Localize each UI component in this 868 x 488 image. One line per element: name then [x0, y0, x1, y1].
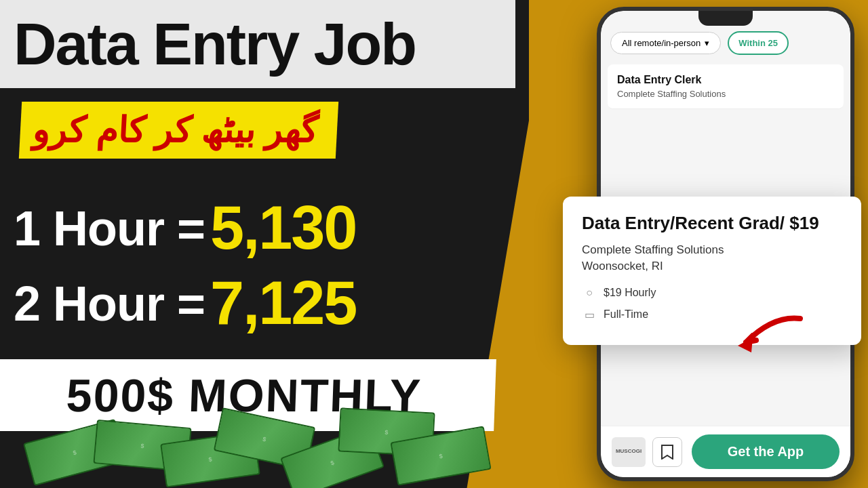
phone-bottom-bar: MUSCOGI Get the App: [601, 426, 850, 477]
chevron-down-icon: ▾: [705, 38, 709, 48]
filter-remote-label: All remote/in-person: [622, 38, 701, 48]
earning-value-2: 7,125: [210, 268, 356, 338]
money-decoration: $ $ $ $ $ $ $: [0, 380, 529, 488]
type-text: Full-Time: [604, 308, 648, 321]
urdu-banner: گھر بیٹھ کر کام کرو: [19, 102, 338, 159]
urdu-text: گھر بیٹھ کر کام کرو: [31, 110, 319, 150]
floating-company: Complete Staffing Solutions: [582, 243, 842, 257]
earning-line-2: 2 Hour = 7,125: [14, 268, 515, 338]
filter-distance-label: Within 25: [738, 38, 778, 48]
earning-label-1: 1 Hour =: [14, 201, 205, 256]
type-icon: ▭: [582, 307, 597, 322]
floating-job-card: Data Entry/Recent Grad/ $19 Complete Sta…: [563, 197, 861, 345]
job-card-mini[interactable]: Data Entry Clerk Complete Staffing Solut…: [608, 64, 844, 109]
mini-company: Complete Staffing Solutions: [617, 89, 834, 99]
earning-label-2: 2 Hour =: [14, 276, 205, 331]
earnings-section: 1 Hour = 5,130 2 Hour = 7,125: [14, 193, 515, 344]
red-arrow-annotation: [719, 312, 807, 366]
page-title: Data Entry Job: [14, 14, 416, 74]
salary-text: $19 Hourly: [604, 287, 656, 299]
bookmark-button[interactable]: [652, 437, 682, 467]
title-bar: Data Entry Job: [0, 0, 515, 88]
floating-location: Woonsocket, RI: [582, 260, 842, 273]
phone-notch: [698, 11, 753, 26]
earning-line-1: 1 Hour = 5,130: [14, 193, 515, 263]
earning-value-1: 5,130: [210, 193, 356, 263]
logo-text: MUSCOGI: [616, 449, 642, 455]
filter-distance-btn[interactable]: Within 25: [728, 31, 789, 55]
company-logo: MUSCOGI: [612, 437, 646, 467]
get-app-button[interactable]: Get the App: [692, 434, 840, 469]
mini-job-title: Data Entry Clerk: [617, 74, 834, 86]
floating-job-title: Data Entry/Recent Grad/ $19: [582, 213, 842, 234]
filter-remote-btn[interactable]: All remote/in-person ▾: [610, 32, 721, 54]
salary-icon: ○: [582, 285, 597, 300]
salary-detail: ○ $19 Hourly: [582, 285, 842, 300]
